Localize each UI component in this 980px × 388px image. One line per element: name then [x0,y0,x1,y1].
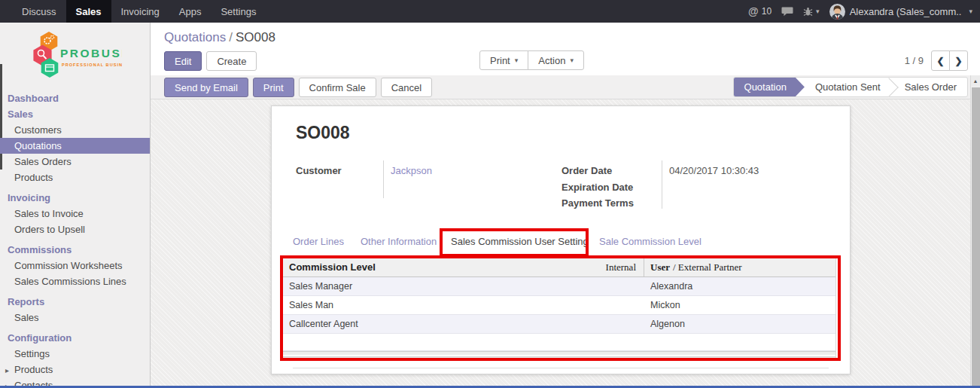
send-by-email-button[interactable]: Send by Email [164,78,248,97]
sidebar-item-sales-orders[interactable]: Sales Orders [0,154,150,170]
commission-table: Commission Level Internal User/ External… [281,258,836,360]
tab-other-information[interactable]: Other Information [361,231,437,253]
scrollbar-thumb[interactable] [972,87,980,388]
record-pager: 1 / 9 ❮ ❯ [905,50,968,71]
caret-down-icon: ▾ [570,57,574,64]
create-button[interactable]: Create [206,51,257,71]
tab-sale-commission-level[interactable]: Sale Commission Level [599,231,702,253]
cell-commission-level: Callcenter Agent [282,315,644,333]
pager-previous-button[interactable]: ❮ [931,50,950,71]
statusbar: Send by Email Print Confirm Sale Cancel … [151,75,980,99]
tab-sales-commission-user-setting[interactable]: Sales Commission User Setting [451,231,589,253]
customer-label: Customer [296,165,342,176]
table-row[interactable]: Callcenter Agent Algenon [282,315,835,334]
sidebar-item-quotations[interactable]: Quotations [0,138,150,154]
table-row[interactable]: Sales Manager Alexandra [282,277,835,296]
scroll-up-button[interactable]: ▲ [971,75,980,87]
sidebar: PROBUSE PROFESSIONAL BUSINESS Dashboard … [0,23,151,388]
order-date-value: 04/20/2017 10:30:43 [669,165,759,176]
sidebar-section-commissions[interactable]: Commissions [0,242,150,258]
sidebar-item-sales-to-invoice[interactable]: Sales to Invoice [0,206,150,221]
systray: @ 10 ▾ [748,0,980,23]
table-footer-strip [282,351,835,359]
user-menu[interactable]: Alexandra (Sales_comm.. ▾ [829,4,972,20]
main-content: Quotations/SO008 Edit Create Print▾ Acti… [151,23,980,388]
sidebar-item-sales-commissions-lines[interactable]: Sales Commissions Lines [0,273,150,289]
sidebar-section-reports[interactable]: Reports [0,294,150,310]
record-title: SO008 [296,123,350,143]
sidebar-item-config-products[interactable]: ▸Products [0,362,150,377]
status-sales-order[interactable]: Sales Order [891,78,967,96]
menu-discuss[interactable]: Discuss [12,0,66,23]
sidebar-section-invoicing[interactable]: Invoicing [0,190,150,206]
caret-down-icon: ▾ [969,8,972,15]
sidebar-item-commission-worksheets[interactable]: Commission Worksheets [0,258,150,273]
pager-value: 1 / 9 [905,55,924,66]
breadcrumb-current: SO008 [236,30,275,44]
sidebar-item-reports-sales[interactable]: Sales [0,310,150,325]
header-cell-user: User/ External Partner [644,258,835,276]
expand-arrow-icon: ▸ [5,362,14,378]
sidebar-item-customers[interactable]: Customers [0,122,150,138]
breadcrumb-separator: / [229,30,233,44]
header-cell-commission-level: Commission Level Internal [282,258,644,276]
cell-commission-level: Sales Manager [282,277,644,295]
edit-button[interactable]: Edit [164,51,202,71]
caret-down-icon: ▾ [515,57,519,64]
action-dropdown-button[interactable]: Action▾ [528,50,584,70]
mentions-counter[interactable]: @ 10 [748,5,772,17]
order-date-label: Order Date [562,165,612,176]
sidebar-section-configuration[interactable]: Configuration [0,330,150,346]
odoo-app-window: Discuss Sales Invoicing Apps Settings @ … [0,0,980,388]
form-sheet: SO008 Customer Jackpson Order Date Expir… [271,105,851,374]
sidebar-item-products[interactable]: Products [0,170,150,185]
sidebar-item-orders-to-upsell[interactable]: Orders to Upsell [0,221,150,237]
form-view-area: SO008 Customer Jackpson Order Date Expir… [151,99,970,388]
menu-sales[interactable]: Sales [66,0,111,23]
cell-user: Mickon [644,296,835,314]
breadcrumb-quotations-link[interactable]: Quotations [164,30,226,44]
messages-icon[interactable] [781,7,793,17]
menu-invoicing[interactable]: Invoicing [111,0,169,23]
internal-header: Internal [606,258,636,276]
print-button[interactable]: Print [253,78,294,97]
status-pipeline: Quotation Quotation Sent Sales Order [733,77,968,97]
logo-title: PROBUSE [60,47,122,60]
menu-settings[interactable]: Settings [211,0,266,23]
probuse-logo[interactable]: PROBUSE PROFESSIONAL BUSINESS [30,32,122,81]
control-panel: Quotations/SO008 Edit Create Print▾ Acti… [151,23,980,75]
logo-subtitle: PROFESSIONAL BUSINESS [62,63,122,67]
expiration-date-label: Expiration Date [562,182,633,193]
sidebar-section-sales[interactable]: Sales [0,106,150,122]
caret-down-icon: ▾ [816,8,820,15]
menu-apps[interactable]: Apps [169,0,212,23]
tab-order-lines[interactable]: Order Lines [293,231,344,253]
sidebar-item-label: Products [14,364,53,375]
print-dropdown-button[interactable]: Print▾ [479,50,528,70]
sidebar-nav: Dashboard Sales Customers Quotations Sal… [0,90,150,388]
sidebar-item-settings[interactable]: Settings [0,346,150,362]
commission-level-header: Commission Level [289,258,376,276]
user-header: User [650,261,670,273]
debug-bug-icon[interactable]: ▾ [803,7,820,17]
print-label: Print [490,55,510,66]
status-quotation[interactable]: Quotation [734,78,805,96]
main-menu: Discuss Sales Invoicing Apps Settings [12,0,266,23]
scrollbar[interactable]: ▲ [970,75,980,388]
action-button-group: Print▾ Action▾ [479,50,584,70]
table-row[interactable]: Sales Man Mickon [282,296,835,315]
breadcrumb: Quotations/SO008 [164,30,275,45]
top-navbar: Discuss Sales Invoicing Apps Settings @ … [0,0,980,23]
field-separator [383,160,384,198]
mention-at-icon: @ [748,5,759,17]
sidebar-item-dashboard[interactable]: Dashboard [0,90,150,106]
status-quotation-sent[interactable]: Quotation Sent [805,78,891,96]
empty-row [282,334,835,351]
confirm-sale-button[interactable]: Confirm Sale [299,78,376,97]
cell-commission-level: Sales Man [282,296,644,314]
payment-terms-label: Payment Terms [562,197,634,209]
external-partner-header: / External Partner [673,261,742,273]
pager-next-button[interactable]: ❯ [949,50,968,71]
cancel-button[interactable]: Cancel [381,78,432,97]
customer-value-link[interactable]: Jackpson [391,165,432,176]
